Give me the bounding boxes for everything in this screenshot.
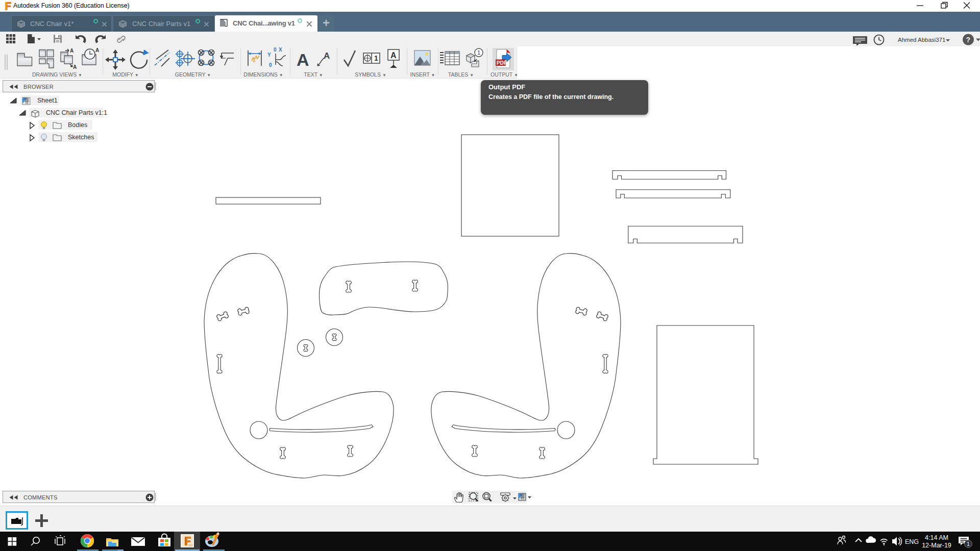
svg-text:1: 1: [967, 541, 970, 547]
svg-text:12-Mar-19: 12-Mar-19: [922, 542, 951, 549]
svg-text:4:14 AM: 4:14 AM: [925, 534, 948, 541]
svg-text:ENG: ENG: [905, 538, 919, 545]
svg-text:360: 360: [188, 544, 193, 547]
